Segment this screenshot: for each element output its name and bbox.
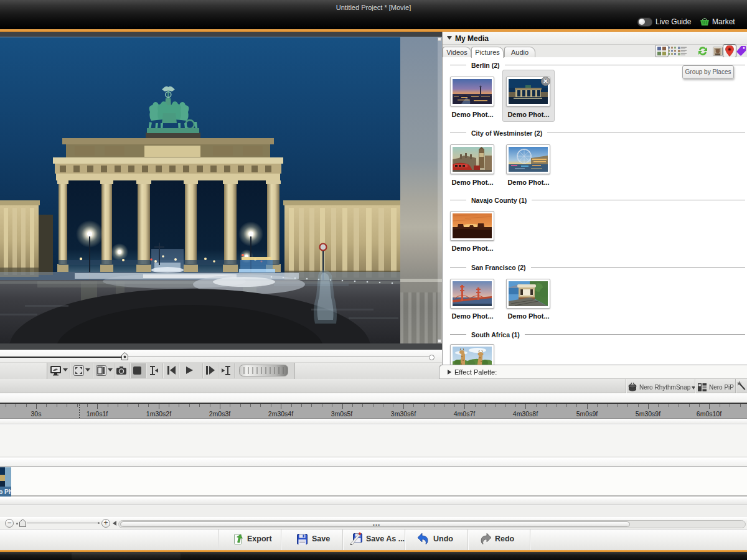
svg-text:o Ph: o Ph (0, 488, 11, 495)
